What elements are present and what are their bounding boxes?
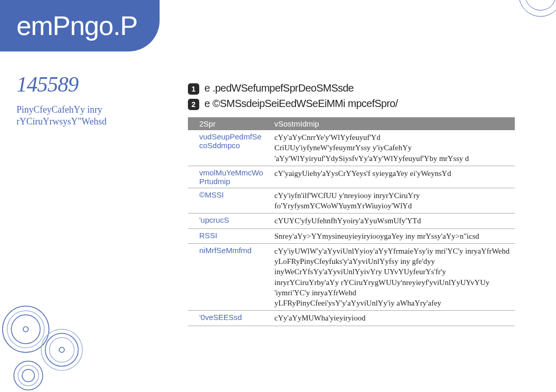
svg-point-11 xyxy=(18,365,39,386)
row-desc: cYy'aYyMUWha'yieyiryiood xyxy=(270,311,515,325)
row-desc: cYy'iyfn'ilf'WCfUU y'nreyiooy inryrYCiru… xyxy=(270,188,515,213)
table-header: 2Spr vSostmIdmip xyxy=(188,117,515,130)
sidebar-caption: PinyCfeyCafehYy inry rYCiruYrwsysY"Wehsd xyxy=(16,104,107,128)
sidebar-caption-line1: PinyCfeyCafehYy inry xyxy=(16,104,102,115)
sidebar-caption-line2: rYCiruYrwsysY"Wehsd xyxy=(16,116,107,127)
table-row: RSSI Snrey'aYy>YYmysineuyieyiryiooygaYey… xyxy=(188,229,515,244)
row-desc: cYy'iyUWlW'y'aYyviUnlYyioy'aYyYfrmaieYsy… xyxy=(270,244,515,311)
svg-point-1 xyxy=(525,0,556,10)
row-desc: cYy'aYyCnrrYe'y'WlYyfeuyuf'Yd CriUUy'iyf… xyxy=(270,130,515,166)
row-desc: cYUYC'yfyUfehnfhYyoiry'aYyuWsmUfy'YTd xyxy=(270,213,515,228)
step-text-1: e .pedWSefumpefSprDeoSMSsde xyxy=(204,82,354,94)
svg-point-0 xyxy=(519,0,556,16)
table-row: vmolMuYeMmcWoPrtudmip cY'yaigyUiehy'aYys… xyxy=(188,166,515,188)
decorative-top-circles xyxy=(505,0,556,31)
sidebar-number: 145589 xyxy=(16,72,78,97)
sidebar: 145589 PinyCfeyCafehYy inry rYCiruYrwsys… xyxy=(0,0,134,392)
row-label: 'upcrucS xyxy=(188,213,270,226)
step-1: 1 e .pedWSefumpefSprDeoSMSsde xyxy=(188,82,538,95)
step-text-2: e ©SMSsdeipSeiEedWSeEiMMi mpcefSpro/ xyxy=(204,98,398,110)
row-label: RSSI xyxy=(188,229,270,242)
row-desc: cY'yaigyUiehy'aYysCrYYeys'f syieygaYey e… xyxy=(270,166,515,181)
svg-point-9 xyxy=(59,347,64,352)
row-label: niMrfSeMmfmd xyxy=(188,244,270,257)
svg-point-12 xyxy=(22,369,34,382)
table-row: '0veSEESsd cYy'aYyMUWha'yieyiryiood xyxy=(188,311,515,326)
row-label: ©MSSI xyxy=(188,188,270,201)
table-row: 'upcrucS cYUYC'yfyUfehnfhYyoiry'aYyuWsmU… xyxy=(188,213,515,228)
svg-point-7 xyxy=(45,333,78,366)
row-desc: Snrey'aYy>YYmysineuyieyiryiooygaYey iny … xyxy=(270,229,515,243)
svg-point-4 xyxy=(11,315,40,344)
decorative-circles xyxy=(0,298,129,392)
main-content: 1 e .pedWSefumpefSprDeoSMSsde 2 e ©SMSsd… xyxy=(188,82,538,326)
table-row: niMrfSeMmfmd cYy'iyUWlW'y'aYyviUnlYyioy'… xyxy=(188,244,515,311)
row-label: vudSeupPedmfSecoSddmpco xyxy=(188,130,270,152)
table-row: vudSeupPedmfSecoSddmpco cYy'aYyCnrrYe'y'… xyxy=(188,130,515,166)
table-header-col2: vSostmIdmip xyxy=(270,117,515,130)
table-row: ©MSSI cYy'iyfn'ilf'WCfUU y'nreyiooy inry… xyxy=(188,188,515,214)
svg-point-8 xyxy=(49,337,74,362)
svg-point-3 xyxy=(7,311,44,348)
step-badge-1: 1 xyxy=(188,83,199,95)
settings-table: 2Spr vSostmIdmip vudSeupPedmfSecoSddmpco… xyxy=(188,117,515,326)
table-header-col1: 2Spr xyxy=(188,117,270,130)
step-badge-2: 2 xyxy=(188,99,199,110)
step-2: 2 e ©SMSsdeipSeiEedWSeEiMMi mpcefSpro/ xyxy=(188,98,538,110)
svg-point-6 xyxy=(41,329,82,370)
svg-point-5 xyxy=(23,327,28,332)
row-label: vmolMuYeMmcWoPrtudmip xyxy=(188,166,270,188)
row-label: '0veSEESsd xyxy=(188,311,270,324)
